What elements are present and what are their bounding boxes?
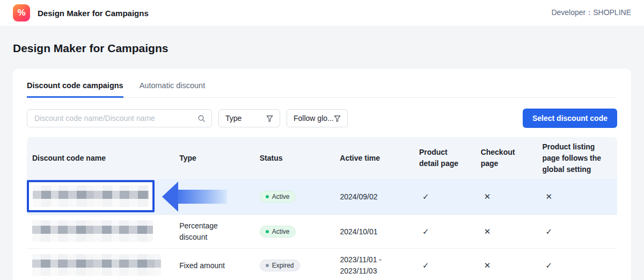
checkout-page-mark: ✕ — [481, 227, 543, 236]
discount-code-name-cell — [27, 254, 179, 277]
status-cell: Expired — [260, 260, 340, 271]
filter-funnel-icon — [334, 115, 341, 122]
tab-discount-code-campaigns[interactable]: Discount code campaigns — [27, 76, 123, 98]
discount-code-name-cell — [27, 180, 179, 214]
product-detail-page-mark: ✓ — [419, 261, 481, 270]
type-filter-dropdown[interactable]: Type — [218, 109, 280, 127]
percent-app-logo-icon: % — [13, 4, 30, 21]
app-title: Design Maker for Campaigns — [38, 9, 149, 18]
table-row[interactable]: Fixed amount Expired 2023/11/01 - 2023/1… — [27, 248, 617, 280]
column-header-checkout-page: Checkout page — [481, 147, 543, 169]
redacted-discount-name — [32, 220, 153, 242]
active-time-cell: 2024/09/02 — [340, 191, 419, 203]
tabs-bar: Discount code campaigns Automatic discou… — [27, 76, 617, 98]
developer-account-label: Developer：SHOPLINE — [551, 8, 631, 18]
type-cell: Percentage discount — [179, 220, 260, 243]
search-icon — [197, 114, 206, 123]
product-listing-follows-global-mark: ✓ — [542, 227, 617, 236]
status-badge: Active — [260, 226, 296, 238]
column-header-active-time: Active time — [340, 153, 419, 164]
app-window: % Design Maker for Campaigns Developer：S… — [0, 0, 644, 280]
campaigns-card: Discount code campaigns Automatic discou… — [13, 69, 631, 280]
highlight-box — [27, 180, 155, 212]
column-header-product-detail-page: Product detail page — [419, 147, 481, 169]
column-header-product-listing-follows-global: Product listing page follows the global … — [542, 141, 617, 175]
status-badge: Active — [260, 191, 296, 203]
status-cell: Active — [260, 191, 340, 203]
status-dot-icon — [266, 195, 269, 198]
follow-global-filter-dropdown[interactable]: Follow glo... — [287, 109, 348, 127]
column-header-status: Status — [260, 153, 340, 164]
campaigns-table: Discount code name Type Status Active ti… — [27, 137, 617, 280]
column-header-type: Type — [179, 153, 260, 164]
select-discount-code-button[interactable]: Select discount code — [523, 109, 617, 128]
table-row[interactable]: Active 2024/09/02 ✓ ✕ ✕ — [27, 179, 617, 214]
status-badge: Expired — [260, 260, 300, 271]
active-time-cell: 2024/10/01 — [340, 226, 419, 238]
filter-funnel-icon — [266, 115, 273, 122]
filter-row: Type Follow glo... Select discount code — [27, 109, 617, 128]
product-listing-follows-global-mark: ✕ — [542, 192, 617, 202]
callout-arrow-icon — [162, 182, 227, 212]
status-dot-icon — [266, 264, 269, 267]
active-time-cell: 2023/11/01 - 2023/11/03 — [340, 254, 419, 277]
redacted-discount-name — [32, 254, 161, 276]
status-label: Expired — [272, 262, 294, 269]
product-listing-follows-global-mark: ✓ — [542, 261, 617, 270]
topbar-left: % Design Maker for Campaigns — [13, 4, 149, 21]
follow-global-filter-label: Follow glo... — [294, 114, 334, 123]
product-detail-page-mark: ✓ — [419, 227, 481, 236]
highlight-box — [32, 254, 161, 276]
table-row[interactable]: Percentage discount Active 2024/10/01 ✓ … — [27, 214, 617, 248]
percent-glyph: % — [17, 8, 25, 18]
topbar: % Design Maker for Campaigns Developer：S… — [0, 0, 644, 26]
table-header-row: Discount code name Type Status Active ti… — [27, 137, 617, 179]
status-label: Active — [272, 228, 290, 235]
redacted-discount-name — [33, 185, 149, 207]
checkout-page-mark: ✕ — [481, 261, 543, 270]
status-dot-icon — [266, 230, 269, 233]
highlight-box — [32, 220, 153, 242]
tab-automatic-discount[interactable]: Automatic discount — [140, 76, 206, 98]
arrow-head — [162, 182, 178, 212]
type-cell: Fixed amount — [179, 260, 260, 271]
type-filter-label: Type — [225, 114, 241, 123]
column-header-discount-code-name: Discount code name — [27, 153, 179, 164]
checkout-page-mark: ✕ — [481, 192, 543, 202]
table-body: Active 2024/09/02 ✓ ✕ ✕ Percentage disco… — [27, 179, 617, 280]
arrow-body — [178, 190, 227, 204]
page-title: Design Maker for Campaigns — [13, 42, 644, 55]
search-input[interactable] — [33, 113, 197, 123]
status-cell: Active — [260, 226, 340, 238]
status-label: Active — [272, 193, 290, 200]
product-detail-page-mark: ✓ — [419, 192, 481, 202]
discount-code-name-cell — [27, 220, 179, 243]
search-box[interactable] — [27, 109, 212, 127]
